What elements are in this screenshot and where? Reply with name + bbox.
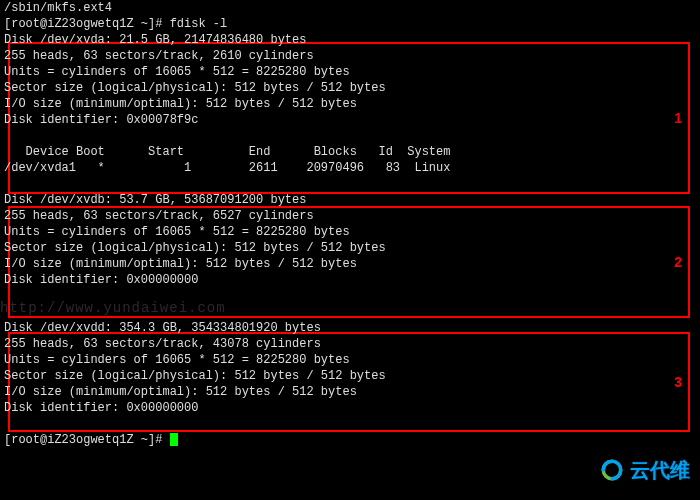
blank-line [0,128,700,144]
watermark: 云代维 [598,456,690,484]
disk-ident: Disk identifier: 0x00000000 [0,400,700,416]
disk-units: Units = cylinders of 16065 * 512 = 82252… [0,352,700,368]
partition-row: /dev/xvda1 * 1 2611 20970496 83 Linux [0,160,700,176]
output-line: /sbin/mkfs.ext4 [0,0,700,16]
disk-sector: Sector size (logical/physical): 512 byte… [0,80,700,96]
disk-header: Disk /dev/xvdb: 53.7 GB, 53687091200 byt… [0,192,700,208]
disk-header: Disk /dev/xvdd: 354.3 GB, 354334801920 b… [0,320,700,336]
disk-io: I/O size (minimum/optimal): 512 bytes / … [0,384,700,400]
disk-geom: 255 heads, 63 sectors/track, 2610 cylind… [0,48,700,64]
blank-line [0,288,700,304]
blank-line [0,176,700,192]
watermark-text: 云代维 [630,457,690,484]
disk-sector: Sector size (logical/physical): 512 byte… [0,368,700,384]
partition-columns: Device Boot Start End Blocks Id System [0,144,700,160]
cloud-logo-icon [598,456,626,484]
disk-units: Units = cylinders of 16065 * 512 = 82252… [0,64,700,80]
disk-io: I/O size (minimum/optimal): 512 bytes / … [0,256,700,272]
terminal-window[interactable]: http://www.yundaiwei.com /sbin/mkfs.ext4… [0,0,700,500]
disk-io: I/O size (minimum/optimal): 512 bytes / … [0,96,700,112]
disk-geom: 255 heads, 63 sectors/track, 43078 cylin… [0,336,700,352]
prompt-line[interactable]: [root@iZ23ogwetq1Z ~]# [0,432,700,448]
disk-sector: Sector size (logical/physical): 512 byte… [0,240,700,256]
blank-line [0,416,700,432]
shell-prompt: [root@iZ23ogwetq1Z ~]# [4,433,170,447]
command-line: [root@iZ23ogwetq1Z ~]# fdisk -l [0,16,700,32]
cursor-icon [170,433,178,446]
disk-geom: 255 heads, 63 sectors/track, 6527 cylind… [0,208,700,224]
disk-ident: Disk identifier: 0x00000000 [0,272,700,288]
blank-line [0,304,700,320]
disk-header: Disk /dev/xvda: 21.5 GB, 21474836480 byt… [0,32,700,48]
disk-ident: Disk identifier: 0x00078f9c [0,112,700,128]
disk-units: Units = cylinders of 16065 * 512 = 82252… [0,224,700,240]
